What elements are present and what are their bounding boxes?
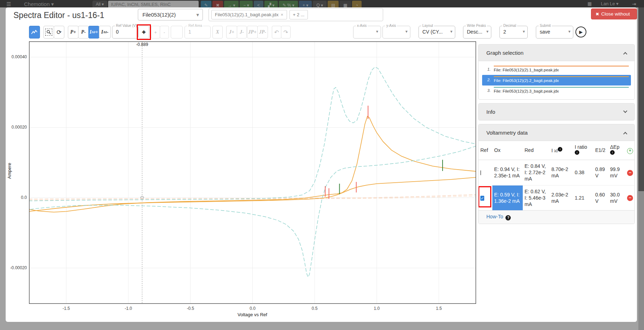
info-header[interactable]: Info [479,104,634,120]
chevron-down-icon: ▾ [523,29,525,34]
i-lambda-minus-button[interactable]: IΛ0- [99,26,111,39]
tab-file-1[interactable]: File053(12)(2).1_bagit.peak.jdx× [211,10,287,19]
chevron-up-icon [623,52,627,56]
search-scope-dropdown[interactable]: All ▾ [93,1,107,7]
j-plus-button[interactable]: J+ [226,26,237,39]
i-ratio-value: 1.21 [573,185,593,210]
graph-selection-item-2[interactable]: 2.File: File053(12)(2).2_bagit.peak.jdx [482,75,631,86]
decimal-select[interactable]: Decimal 2 ▾ [499,26,528,39]
x-tick-label: -1.0 [119,306,137,311]
graph-item-label: File: File053(12)(2).1_bagit.peak.jdx [494,66,629,72]
tab-more-files[interactable]: + 2 ... [289,10,308,19]
info-panel: Info [478,103,635,120]
chevron-down-icon: ▾ [486,29,488,34]
logout-icon[interactable]: ⇥ [632,1,636,7]
i-lambda-plus-button[interactable]: IΛ0+ [88,26,99,39]
top-navbar: ☰ Chemotion ▾ All ▾ IUPAC, InChI, SMILES… [0,0,644,7]
export-icon[interactable]: → ▾ [224,1,239,7]
brand-menu[interactable]: Chemotion ▾ [24,1,54,7]
close-without-save-button[interactable]: ✖Close without Save [591,8,637,19]
y-axis-select[interactable]: y-Axis ▾ [382,26,410,39]
info-icon[interactable]: i [610,150,615,155]
spectrum-view-button[interactable] [29,26,40,39]
graph-selection-item-3[interactable]: 3.File: File053(12)(2).3_bagit.peak.jdx [482,86,631,96]
ref-checkbox[interactable]: ✓ [480,196,484,201]
add-row-icon[interactable]: + [627,148,633,154]
tab-close-icon[interactable]: × [281,12,283,17]
peak-add-button[interactable]: P+ [68,26,78,39]
ref-area-plus-button[interactable]: + [151,26,160,39]
layout-select[interactable]: Layout CV (CY... ▾ [418,26,455,39]
scrollbar-thumb[interactable] [638,7,644,191]
edit-icon[interactable]: ✎ [201,1,211,7]
delta-ep-value: 99.9 mV [608,160,625,185]
submit-select[interactable]: Submit save ▾ [536,26,573,39]
undo-button[interactable]: ↶ [272,26,281,39]
clear-button[interactable]: X [212,26,223,39]
chevron-down-icon [623,109,627,113]
close-icon[interactable]: ✖ [212,1,223,7]
ref-area-minus-button[interactable]: - [160,26,169,39]
images-icon[interactable]: ▦ [340,1,351,7]
inbox-icon[interactable]: ▤ [328,1,339,7]
help-icon[interactable]: ? [505,215,511,220]
structure-search-icon[interactable]: Q ▾ [313,1,327,7]
submit-play-button[interactable]: ▶ [575,26,586,37]
peak-remove-button[interactable]: P- [78,26,89,39]
graph-item-label: File: File053(12)(2).3_bagit.peak.jdx [494,87,629,94]
ox-value[interactable]: E: 0.94 V, I: 2.35e-1 mA [492,160,523,185]
zoom-select-button[interactable] [43,26,54,39]
i-ratio-value: 0.38 [573,160,593,185]
remove-icon[interactable]: − ▾ [240,1,252,7]
table-header-row: Ref Ox Red I λ0i I ratio i E1/2 ΔEpi + [479,141,635,160]
collaborators-icon[interactable]: ▞ ▾ [264,1,278,7]
chevron-down-icon: ▾ [196,9,199,20]
x-axis-title: Voltage vs Ref [217,312,288,317]
page-scrollbar[interactable] [638,0,644,330]
redo-button[interactable]: ↷ [281,26,291,39]
red-value[interactable]: E: 0.62 V, I: 5.46e-3 mA [523,185,550,210]
ref-checkbox[interactable] [480,170,481,175]
ref-area-input[interactable]: Ref Area 1 [185,26,211,39]
info-icon[interactable]: i [575,150,579,155]
reset-zoom-button[interactable]: ⟳ [54,26,64,39]
y-tick-label: 0.0 [6,195,27,200]
graph-selection-header[interactable]: Graph selection [479,45,634,61]
j-minus-button[interactable]: J- [237,26,247,39]
target-position-icon: ⌖ [142,28,146,36]
voltammetry-table: Ref Ox Red I λ0i I ratio i E1/2 ΔEpi + E… [479,141,635,210]
graph-selection-item-1[interactable]: 1.File: File053(12)(2).1_bagit.peak.jdx [482,64,631,75]
report-icon[interactable]: ✎ % ▾ [279,1,298,7]
remove-row-icon[interactable]: − [627,170,633,176]
ox-value[interactable]: E: 0.59 V, I: 1.36e-2 mA [492,185,523,210]
set-ref-position-button[interactable]: ⌖ [139,26,149,39]
e-half-value: 0.60 V [593,185,608,210]
remove-row-icon[interactable]: − [627,195,633,201]
spectra-chart[interactable]: -0.889 [29,41,476,304]
search-input[interactable]: IUPAC, InChI, SMILES, RInC [108,1,199,7]
info-icon[interactable]: i [558,147,562,152]
calendar-icon[interactable]: ▦ [587,1,592,6]
redo-icon: ↷ [283,29,288,36]
x-axis-select[interactable]: x-Axis ▾ [353,26,381,39]
y-tick-label: 0.00020 [6,125,27,130]
menu-icon[interactable]: ☰ [6,1,11,7]
ref-factor-input[interactable] [171,26,183,39]
how-to-link[interactable]: How-To [486,214,503,219]
file-selector-dropdown[interactable]: File053(12)(2) ▾ [138,9,203,20]
write-peaks-select[interactable]: Write Peaks Desc... ▾ [463,26,491,39]
molecule-add-icon[interactable]: + ▾ [299,1,312,7]
voltammetry-header[interactable]: Voltammetry data [479,124,634,141]
jp-plus-button[interactable]: JP+ [247,26,258,39]
play-icon: ▶ [579,29,583,35]
notifications-icon[interactable]: ◔ [352,1,362,7]
chevron-down-icon: ▾ [405,29,408,34]
jp-minus-button[interactable]: JP- [257,26,268,39]
share-icon[interactable]: < [254,1,263,7]
ref-value-input[interactable]: Ref Value (V) 0 [112,26,138,39]
red-value[interactable]: E: 0.84 V, I: 2.72e-2 mA [523,160,550,185]
cv-plot[interactable]: -0.889 [29,41,476,304]
chevron-up-icon [623,132,627,136]
graph-selection-list: 1.File: File053(12)(2).1_bagit.peak.jdx2… [479,61,634,99]
user-menu[interactable]: Lan Le ▾ [601,1,619,6]
